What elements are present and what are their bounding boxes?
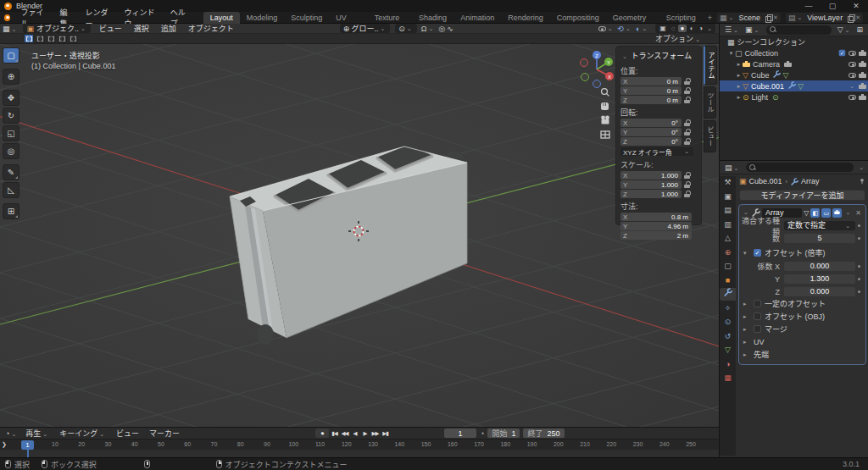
transform-field[interactable]: X0° [620, 119, 682, 127]
lock-icon[interactable] [684, 119, 690, 126]
disable-render-icon[interactable] [859, 50, 866, 56]
editor-type-icon[interactable]: ▦⌄ [0, 25, 20, 33]
new-collection-icon[interactable]: ⊞ [854, 25, 865, 34]
object-visibility-dropdown[interactable]: ⌄ [598, 25, 615, 32]
auto-keying-icon[interactable]: ⏺︎ [315, 429, 329, 438]
properties-tab-scene[interactable]: △ [720, 232, 736, 245]
workspace-tab-shading[interactable]: Shading [412, 12, 453, 24]
lock-icon[interactable] [684, 87, 690, 94]
properties-tab-constraints[interactable]: ↺ [720, 330, 736, 343]
viewport-menu-1[interactable]: 選択 [128, 23, 155, 34]
xray-toggle-icon[interactable]: ▣ [657, 25, 669, 32]
blender-menu-icon[interactable] [4, 14, 10, 21]
hide-eye-icon[interactable] [849, 73, 856, 78]
outliner-search-input[interactable] [766, 25, 831, 35]
remove-viewlayer-icon[interactable]: ✕ [855, 14, 860, 21]
timeline-ruler[interactable]: ❯ 1 102030405060708090100110120130140150… [0, 439, 719, 450]
wireframe-shading-icon[interactable]: ◌ [669, 25, 678, 32]
properties-tab-output[interactable]: ▤ [720, 204, 736, 217]
timeline-menu-0[interactable]: 再生⌄ [20, 428, 54, 439]
properties-tab-material[interactable]: ◑ [720, 358, 736, 371]
modifier-section-先端[interactable]: ▸先端 [742, 348, 863, 361]
material-shading-icon[interactable]: ◐ [687, 25, 696, 32]
sidebar-tab-ツール[interactable]: ツール [704, 86, 716, 119]
properties-tab-world[interactable]: ⊕ [720, 246, 736, 259]
section-checkbox[interactable] [754, 300, 761, 307]
maximize-button[interactable]: ▢ [821, 0, 844, 12]
lock-icon[interactable] [684, 129, 690, 135]
pivot-point-dropdown[interactable]: ⊙⌄ [395, 24, 416, 33]
viewport-menu-0[interactable]: ビュー [93, 23, 128, 34]
transform-field[interactable]: Y0° [620, 128, 682, 136]
delete-modifier-icon[interactable]: ✕ [854, 209, 863, 217]
animate-dot[interactable] [858, 290, 860, 293]
workspace-tab-layout[interactable]: Layout [203, 12, 240, 24]
factor-field[interactable]: 0.000 [784, 287, 855, 296]
section-checkbox[interactable] [754, 325, 761, 333]
scale-tool[interactable]: ◱ [3, 125, 19, 141]
transform-field[interactable]: Z0° [620, 137, 682, 146]
jump-to-end-icon[interactable]: ▶▮ [381, 429, 390, 438]
sidebar-tab-ビュー[interactable]: ビュー [704, 120, 716, 152]
transform-field[interactable]: Y1.000 [620, 180, 682, 189]
lock-icon[interactable] [684, 78, 690, 85]
animate-dot[interactable] [858, 224, 860, 227]
properties-tab-object-data[interactable]: ▽ [720, 344, 736, 357]
disable-render-icon[interactable] [859, 83, 866, 89]
modifier-section-マージ[interactable]: ▸マージ [742, 323, 863, 335]
chevron-down-icon[interactable]: ⌄ [848, 83, 856, 90]
outliner-display-mode-icon[interactable]: ▣⌄ [743, 25, 763, 34]
workspace-tab-modeling[interactable]: Modeling [240, 12, 285, 24]
zoom-icon[interactable] [602, 89, 609, 97]
select-box-tool[interactable]: ▢ [3, 47, 19, 64]
proportional-editing-toggle[interactable]: ◎∿ [438, 25, 453, 33]
measure-tool[interactable]: ◺ [3, 182, 19, 198]
outliner-root-row[interactable]: ▦シーンコレクション [720, 36, 868, 47]
on-cage-toggle-icon[interactable]: ▽ [804, 209, 809, 217]
expand-channels-icon[interactable]: ❯ [2, 441, 7, 448]
properties-search-input[interactable] [746, 163, 854, 172]
realtime-toggle-icon[interactable]: ▭ [821, 208, 831, 218]
transform-tool[interactable]: ◎ [3, 143, 19, 159]
hide-eye-icon[interactable] [849, 95, 856, 100]
properties-tab-physics[interactable]: ⊙ [720, 316, 736, 329]
workspace-tab-animation[interactable]: Animation [453, 12, 501, 24]
unlink-scene-icon[interactable]: ✕ [773, 14, 778, 21]
properties-editor-icon[interactable]: ▤⌄ [722, 163, 743, 172]
properties-tab-particles[interactable]: ✧ [720, 302, 736, 315]
outliner-item-cube.001[interactable]: ▸▽Cube.001▽⌄ [720, 80, 868, 91]
animate-dot[interactable] [858, 237, 860, 240]
next-keyframe-icon[interactable]: ▶▶ [370, 429, 380, 438]
modifier-section-一定のオフセット[interactable]: ▸一定のオフセット [742, 297, 863, 310]
disable-render-icon[interactable] [859, 61, 866, 67]
rendered-shading-icon[interactable]: ◑ [696, 25, 705, 32]
new-scene-icon[interactable] [765, 14, 771, 21]
properties-tab-collection[interactable]: ▢ [720, 260, 736, 273]
outliner-item-collection[interactable]: ▾▢Collection [720, 47, 868, 58]
transform-field[interactable]: X0.8 m [620, 213, 692, 221]
timeline-editor-icon[interactable]: ◔⌄ [0, 429, 20, 438]
mode-dropdown[interactable]: ▣ オブジェク.. ⌄ [23, 24, 90, 33]
transform-field[interactable]: Z0 m [620, 96, 682, 104]
viewlayer-selector[interactable]: ▤⌄ ViewLayer ✕ [786, 13, 863, 23]
properties-tab-tool[interactable]: ⚒ [720, 176, 736, 189]
solid-shading-icon[interactable]: ● [678, 25, 687, 32]
lock-icon[interactable] [684, 181, 690, 188]
ortho-perspective-icon[interactable] [601, 131, 609, 138]
add-cube-tool[interactable]: ⊞ [3, 203, 19, 219]
render-toggle-icon[interactable] [832, 208, 842, 218]
scene-selector[interactable]: ▦⌄ Scene ✕ [717, 13, 781, 23]
pin-icon[interactable] [859, 178, 865, 185]
play-icon[interactable]: ▶ [360, 429, 370, 438]
properties-tab-view-layer[interactable]: ▥ [720, 218, 736, 231]
workspace-tab-rendering[interactable]: Rendering [501, 12, 550, 24]
options-dropdown[interactable]: オプション⌄ [655, 33, 719, 44]
start-frame-field[interactable]: 開始1 [487, 429, 520, 438]
transform-field[interactable]: X0 m [620, 77, 682, 86]
transform-field[interactable]: Y4.96 m [620, 222, 692, 230]
workspace-tab-scripting[interactable]: Scripting [659, 12, 703, 24]
count-field[interactable]: 5 [784, 234, 855, 243]
workspace-tab-compositing[interactable]: Compositing [550, 12, 606, 24]
viewport-3d[interactable]: Z Y X ユーザー・透視投影 (1) Collection | Cube.00… [0, 44, 719, 427]
close-button[interactable]: ✕ [844, 0, 868, 12]
